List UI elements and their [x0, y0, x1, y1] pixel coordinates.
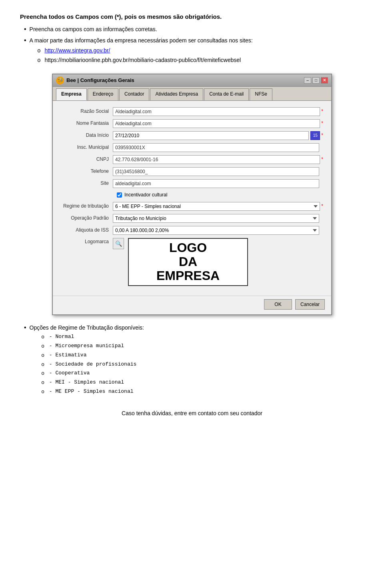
bullet-2: A maior parte das informações da empresa… — [24, 36, 364, 65]
logo-preview: LOGODAEMPRESA — [128, 238, 248, 286]
data-inicio-label: Data Início — [61, 132, 113, 139]
logo-search-button[interactable]: 🔍 — [113, 238, 124, 249]
operacao-padrao-row: Operação Padrão Tributação no Município — [61, 214, 323, 223]
dialog-tabs: Empresa Endereço Contador Atividades Emp… — [53, 87, 331, 100]
incentivador-checkbox[interactable] — [117, 192, 122, 198]
logomarca-row: Logomarca 🔍 LOGODAEMPRESA — [61, 238, 323, 286]
option-6: - MEI - Simples nacional — [42, 378, 144, 387]
tab-empresa[interactable]: Empresa — [56, 88, 87, 100]
regime-required: * — [321, 202, 323, 210]
nome-fantasia-required: * — [321, 120, 323, 127]
option-5: - Cooperativa — [42, 369, 144, 378]
option-5-text: - Cooperativa — [49, 369, 90, 378]
tab-contador[interactable]: Contador — [119, 88, 149, 100]
operacao-padrao-select[interactable]: Tributação no Município — [113, 214, 319, 223]
restore-button[interactable]: □ — [312, 77, 320, 84]
bullet-2-text: A maior parte das informações da empresa… — [30, 37, 253, 44]
window-controls: – □ ✕ — [304, 77, 328, 84]
link-sintegra[interactable]: http://www.sintegra.gov.br/ — [44, 46, 110, 55]
option-4-text: - Sociedade de profissionais — [49, 360, 136, 369]
telefone-row: Telefone — [61, 167, 323, 176]
razao-social-input[interactable] — [113, 107, 320, 116]
sub-item-2-text: https://mobiliarioonline.pbh.gov.br/mobi… — [44, 56, 241, 64]
logomarca-label: Logomarca — [61, 238, 113, 246]
nome-fantasia-input[interactable] — [113, 119, 320, 128]
cnpj-label: CNPJ — [61, 156, 113, 163]
dialog-titlebar: 🐝 Bee | Configurações Gerais – □ ✕ — [53, 74, 331, 87]
bullet-1-text: Preencha os campos com as informações co… — [30, 25, 157, 34]
option-2: - Microempresa municipal — [42, 342, 144, 350]
nome-fantasia-label: Nome Fantasia — [61, 120, 113, 127]
data-inicio-required: * — [321, 132, 323, 139]
site-input[interactable] — [113, 179, 319, 188]
nome-fantasia-row: Nome Fantasia * — [61, 119, 323, 128]
date-row: 15 — [113, 131, 320, 140]
option-1: - Normal — [42, 333, 144, 341]
intro-bullets: Preencha os campos com as informações co… — [20, 25, 364, 66]
options-title: Opções de Regime de Tributação disponíve… — [30, 324, 144, 331]
main-title: Preencha todos os Campos com (*), pois o… — [20, 12, 364, 22]
telefone-label: Telefone — [61, 168, 113, 175]
options-section: Opções de Regime de Tributação disponíve… — [20, 323, 364, 397]
dialog: 🐝 Bee | Configurações Gerais – □ ✕ Empre… — [52, 74, 332, 315]
option-3-text: - Estimativa — [49, 351, 87, 360]
options-mono-list: - Normal - Microempresa municipal - Esti… — [30, 333, 144, 396]
cnpj-row: CNPJ * — [61, 155, 323, 164]
regime-tributacao-label: Regime de tributação — [61, 202, 113, 210]
options-bullet: Opções de Regime de Tributação disponíve… — [24, 323, 364, 397]
option-4: - Sociedade de profissionais — [42, 360, 144, 369]
regime-tributacao-select[interactable]: 6 - ME EPP - Simples nacional — [113, 202, 320, 211]
option-3: - Estimativa — [42, 351, 144, 360]
razao-social-row: Razão Social * — [61, 107, 323, 116]
option-2-text: - Microempresa municipal — [49, 342, 124, 350]
close-button[interactable]: ✕ — [321, 77, 328, 84]
tab-endereco[interactable]: Endereço — [88, 88, 118, 100]
options-bullet-list: Opções de Regime de Tributação disponíve… — [20, 323, 364, 397]
sub-list: http://www.sintegra.gov.br/ https://mobi… — [30, 46, 253, 65]
ok-button[interactable]: OK — [264, 299, 292, 310]
data-inicio-row: Data Início 15 * — [61, 131, 323, 140]
footer-note: Caso tenha dúvidas, entre em contato com… — [20, 409, 364, 418]
data-inicio-input[interactable] — [113, 131, 309, 140]
option-1-text: - Normal — [49, 333, 74, 341]
dialog-title: Bee | Configurações Gerais — [66, 76, 134, 85]
titlebar-left: 🐝 Bee | Configurações Gerais — [56, 76, 134, 85]
dialog-wrapper: 🐝 Bee | Configurações Gerais – □ ✕ Empre… — [20, 74, 364, 315]
operacao-padrao-label: Operação Padrão — [61, 214, 113, 222]
calendar-button[interactable]: 15 — [310, 131, 320, 140]
aliquota-iss-row: Aliquota de ISS 0,00 A 180.000,00 2,00% — [61, 226, 323, 235]
logo-text: LOGODAEMPRESA — [156, 241, 220, 283]
insc-municipal-label: Insc. Municipal — [61, 144, 113, 151]
incentivador-label: Incentivador cultural — [124, 191, 167, 199]
site-row: Site — [61, 179, 323, 188]
tab-nfse[interactable]: NFSe — [250, 88, 272, 100]
minimize-button[interactable]: – — [304, 77, 311, 84]
razao-social-required: * — [321, 108, 323, 115]
site-label: Site — [61, 180, 113, 187]
bee-icon: 🐝 — [56, 76, 64, 84]
cnpj-input[interactable] — [113, 155, 320, 164]
telefone-input[interactable] — [113, 167, 319, 176]
regime-tributacao-row: Regime de tributação 6 - ME EPP - Simple… — [61, 202, 323, 211]
cancel-button[interactable]: Cancelar — [295, 299, 325, 310]
tab-atividades[interactable]: Atividades Empresa — [150, 88, 203, 100]
dialog-footer: OK Cancelar — [53, 296, 331, 314]
sub-item-2: https://mobiliarioonline.pbh.gov.br/mobi… — [38, 56, 253, 64]
aliquota-iss-label: Aliquota de ISS — [61, 226, 113, 234]
option-6-text: - MEI - Simples nacional — [49, 378, 124, 387]
dialog-body: Razão Social * Nome Fantasia * Data Iníc… — [53, 101, 331, 296]
cnpj-required: * — [321, 156, 323, 163]
razao-social-label: Razão Social — [61, 108, 113, 115]
option-7: - ME EPP - Simples nacional — [42, 388, 144, 396]
tab-email[interactable]: Conta de E-mail — [204, 88, 249, 100]
bullet-1: Preencha os campos com as informações co… — [24, 25, 364, 34]
sub-item-1: http://www.sintegra.gov.br/ — [38, 46, 253, 55]
incentivador-row: Incentivador cultural — [61, 191, 323, 199]
insc-municipal-input[interactable] — [113, 143, 319, 152]
insc-municipal-row: Insc. Municipal — [61, 143, 323, 152]
option-7-text: - ME EPP - Simples nacional — [49, 388, 134, 396]
footer-text: Caso tenha dúvidas, entre em contato com… — [122, 410, 262, 416]
aliquota-iss-select[interactable]: 0,00 A 180.000,00 2,00% — [113, 226, 319, 235]
